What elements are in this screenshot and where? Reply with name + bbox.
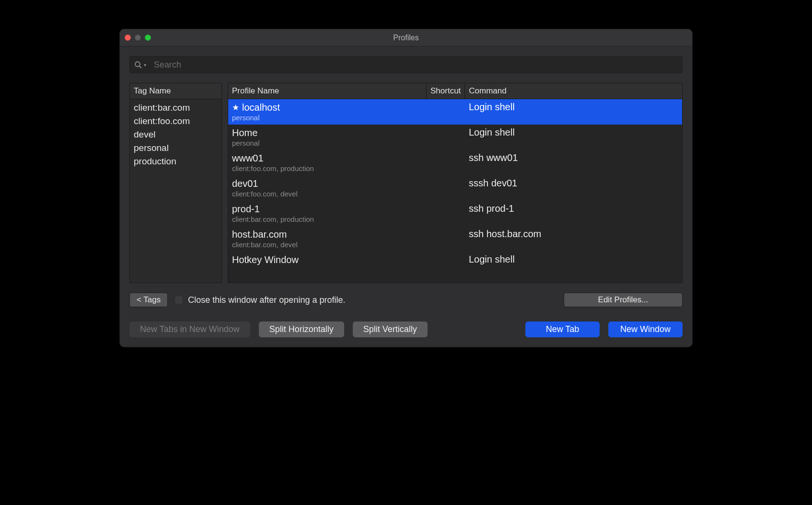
shortcut-column-header[interactable]: Shortcut	[427, 83, 465, 99]
search-field-wrap: ▾	[129, 56, 683, 73]
minimize-window-button[interactable]	[135, 34, 141, 41]
tag-item[interactable]: client:bar.com	[130, 101, 221, 115]
close-after-open-label: Close this window after opening a profil…	[188, 295, 345, 305]
shortcut-cell	[427, 152, 465, 172]
profile-tags-label: client:foo.com, production	[232, 164, 423, 172]
split-vertically-button[interactable]: Split Vertically	[353, 321, 428, 337]
command-column-header[interactable]: Command	[465, 83, 682, 99]
new-tabs-in-new-window-button[interactable]: New Tabs in New Window	[129, 321, 250, 337]
profile-name-label: localhost	[242, 102, 280, 113]
profile-name-cell: dev01client:foo.com, devel	[228, 178, 427, 198]
panels: Tag Name client:bar.comclient:foo.comdev…	[129, 83, 683, 283]
controls-row: < Tags Close this window after opening a…	[129, 293, 683, 307]
profile-name-cell: Homepersonal	[228, 127, 427, 147]
profile-tags-label: personal	[232, 139, 423, 147]
tags-panel: Tag Name client:bar.comclient:foo.comdev…	[129, 83, 222, 283]
tag-item[interactable]: production	[130, 155, 221, 168]
shortcut-cell	[427, 102, 465, 122]
profile-name-label: host.bar.com	[232, 229, 287, 240]
shortcut-cell	[427, 178, 465, 198]
close-after-open-checkbox-wrap: Close this window after opening a profil…	[174, 295, 345, 305]
table-row[interactable]: www01client:foo.com, productionssh www01	[228, 150, 682, 175]
profile-name-cell: Hotkey Window	[228, 254, 427, 265]
profiles-table-header: Profile Name Shortcut Command	[228, 83, 682, 99]
table-row[interactable]: prod-1client:bar.com, productionssh prod…	[228, 201, 682, 226]
profile-name-cell: host.bar.comclient:bar.com, devel	[228, 229, 427, 249]
svg-line-1	[139, 66, 141, 68]
search-icon	[134, 61, 142, 69]
table-row[interactable]: ★localhostpersonalLogin shell	[228, 99, 682, 125]
command-cell: Login shell	[465, 102, 682, 122]
profiles-list: ★localhostpersonalLogin shellHomepersona…	[228, 99, 682, 283]
shortcut-cell	[427, 254, 465, 265]
profile-tags-label: client:bar.com, devel	[232, 241, 423, 249]
traffic-lights	[125, 34, 151, 41]
tag-item[interactable]: personal	[130, 141, 221, 155]
profile-name-cell: ★localhostpersonal	[228, 102, 427, 122]
command-cell: ssh host.bar.com	[465, 229, 682, 249]
search-input[interactable]	[129, 56, 683, 73]
profiles-panel: Profile Name Shortcut Command ★localhost…	[228, 83, 683, 283]
profile-name-cell: prod-1client:bar.com, production	[228, 203, 427, 223]
window-title: Profiles	[393, 34, 418, 42]
profile-name-label: www01	[232, 152, 264, 164]
tag-item[interactable]: devel	[130, 128, 221, 141]
tags-list: client:bar.comclient:foo.comdevelpersona…	[130, 99, 221, 283]
new-window-button[interactable]: New Window	[608, 321, 683, 337]
table-row[interactable]: Hotkey WindowLogin shell	[228, 252, 682, 268]
profile-name-cell: www01client:foo.com, production	[228, 152, 427, 172]
command-cell: Login shell	[465, 127, 682, 147]
profile-name-label: dev01	[232, 178, 258, 189]
zoom-window-button[interactable]	[145, 34, 151, 41]
command-cell: ssh prod-1	[465, 203, 682, 223]
tags-column-header[interactable]: Tag Name	[130, 83, 221, 99]
table-row[interactable]: dev01client:foo.com, develsssh dev01	[228, 175, 682, 201]
close-window-button[interactable]	[125, 34, 131, 41]
command-cell: ssh www01	[465, 152, 682, 172]
command-cell: Login shell	[465, 254, 682, 265]
shortcut-cell	[427, 203, 465, 223]
close-after-open-checkbox[interactable]	[174, 296, 183, 304]
split-horizontally-button[interactable]: Split Horizontally	[259, 321, 344, 337]
profile-tags-label: client:bar.com, production	[232, 215, 423, 223]
profiles-window: Profiles ▾ Tag Name client:bar.comclient…	[119, 29, 693, 347]
tag-item[interactable]: client:foo.com	[130, 115, 221, 128]
profile-tags-label: client:foo.com, devel	[232, 190, 423, 198]
svg-point-0	[135, 62, 140, 67]
table-row[interactable]: HomepersonalLogin shell	[228, 125, 682, 150]
tags-toggle-button[interactable]: < Tags	[129, 293, 168, 307]
edit-profiles-button[interactable]: Edit Profiles...	[564, 293, 683, 307]
command-cell: sssh dev01	[465, 178, 682, 198]
titlebar[interactable]: Profiles	[120, 29, 692, 46]
profile-name-column-header[interactable]: Profile Name	[228, 83, 427, 99]
chevron-down-icon[interactable]: ▾	[144, 62, 146, 68]
profile-name-label: Home	[232, 127, 257, 138]
profile-tags-label: personal	[232, 114, 423, 122]
new-tab-button[interactable]: New Tab	[525, 321, 600, 337]
table-row[interactable]: host.bar.comclient:bar.com, develssh hos…	[228, 226, 682, 252]
star-icon: ★	[232, 103, 239, 112]
profile-name-label: prod-1	[232, 203, 260, 215]
window-content: ▾ Tag Name client:bar.comclient:foo.comd…	[120, 46, 692, 347]
action-buttons-row: New Tabs in New Window Split Horizontall…	[129, 321, 683, 337]
shortcut-cell	[427, 127, 465, 147]
profile-name-label: Hotkey Window	[232, 254, 299, 265]
shortcut-cell	[427, 229, 465, 249]
